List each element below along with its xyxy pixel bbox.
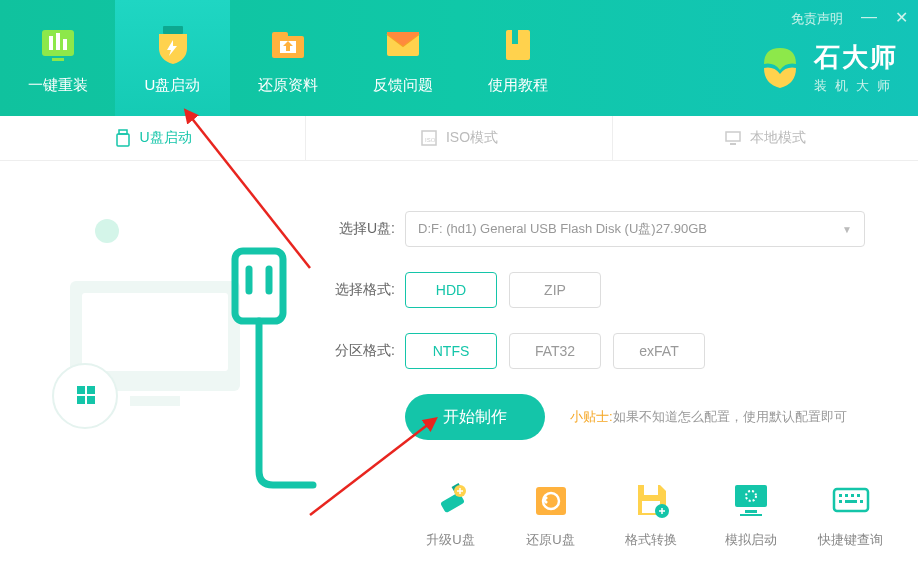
svg-rect-38 [839,494,842,497]
nav-label: 使用教程 [488,76,548,95]
tool-format-convert[interactable]: 格式转换 [613,479,688,549]
subtab-local-mode[interactable]: 本地模式 [613,116,918,160]
svg-rect-17 [730,143,736,145]
tip: 小贴士:如果不知道怎么配置，使用默认配置即可 [570,408,847,426]
usb-select[interactable]: D:F: (hd1) General USB Flash Disk (U盘)27… [405,211,865,247]
tool-restore-usb[interactable]: 还原U盘 [513,479,588,549]
nav-label: 反馈问题 [373,76,433,95]
folder-up-icon [266,22,310,66]
svg-rect-44 [860,500,863,503]
tool-simulate-boot[interactable]: 模拟启动 [713,479,788,549]
svg-text:ISO: ISO [425,137,436,143]
header-bar: 免责声明 — ✕ 一键重装 U盘启动 还原资料 反馈问 [0,0,918,116]
window-controls: — ✕ [861,8,908,27]
brand-sub: 装机大师 [814,77,898,95]
svg-rect-16 [726,132,740,141]
envelope-icon [381,22,425,66]
svg-rect-36 [740,514,762,516]
svg-rect-2 [56,33,60,50]
svg-rect-7 [272,32,288,40]
subtabs: U盘启动 ISO ISO模式 本地模式 [0,116,918,161]
svg-rect-13 [117,134,129,146]
partition-fat32-button[interactable]: FAT32 [509,333,601,369]
svg-rect-11 [512,30,518,44]
svg-rect-5 [163,26,183,34]
brand-logo-icon [756,44,804,92]
config-form: 选择U盘: D:F: (hd1) General USB Flash Disk … [320,191,918,471]
nav-label: 一键重装 [28,76,88,95]
monitor-play-icon [730,479,772,521]
usb-select-label: 选择U盘: [320,220,395,238]
svg-rect-22 [235,251,283,321]
bar-chart-icon [36,22,80,66]
svg-rect-20 [130,396,180,406]
svg-rect-4 [52,58,64,61]
tool-hotkey-lookup[interactable]: 快捷键查询 [813,479,888,549]
svg-rect-28 [536,487,566,515]
partition-label: 分区格式: [320,342,395,360]
nav-label: U盘启动 [145,76,201,95]
tip-text: 如果不知道怎么配置，使用默认配置即可 [613,409,847,424]
bottom-tools: 升级U盘 还原U盘 格式转换 模拟启动 快捷键查询 [413,479,888,549]
floppy-icon [630,479,672,521]
svg-rect-30 [644,485,658,495]
iso-icon: ISO [420,129,438,147]
subtab-label: ISO模式 [446,129,498,147]
tool-label: 升级U盘 [426,531,474,549]
close-button[interactable]: ✕ [895,8,908,27]
subtab-label: 本地模式 [750,129,806,147]
svg-rect-41 [857,494,860,497]
svg-rect-19 [82,293,228,371]
minimize-button[interactable]: — [861,8,877,27]
nav-tutorial[interactable]: 使用教程 [460,0,575,116]
tool-label: 快捷键查询 [818,531,883,549]
brand-title: 石大师 [814,40,898,75]
usb-icon [114,129,132,147]
tip-label: 小贴士: [570,409,613,424]
subtab-label: U盘启动 [140,129,192,147]
brand: 石大师 装机大师 [756,40,898,95]
usb-restore-icon [530,479,572,521]
keyboard-icon [830,479,872,521]
svg-rect-42 [839,500,842,503]
monitor-icon [724,129,742,147]
subtab-iso-mode[interactable]: ISO ISO模式 [306,116,612,160]
usb-illustration [0,191,320,471]
tool-upgrade-usb[interactable]: 升级U盘 [413,479,488,549]
chevron-down-icon: ▼ [842,224,852,235]
usb-select-value: D:F: (hd1) General USB Flash Disk (U盘)27… [418,220,707,238]
svg-rect-35 [745,510,757,513]
svg-rect-43 [845,500,857,503]
nav-usb-boot[interactable]: U盘启动 [115,0,230,116]
svg-rect-39 [845,494,848,497]
svg-rect-40 [851,494,854,497]
nav-label: 还原资料 [258,76,318,95]
book-icon [496,22,540,66]
start-create-button[interactable]: 开始制作 [405,394,545,440]
svg-rect-3 [63,39,67,50]
nav-one-click-reinstall[interactable]: 一键重装 [0,0,115,116]
partition-exfat-button[interactable]: exFAT [613,333,705,369]
main-content: 选择U盘: D:F: (hd1) General USB Flash Disk … [0,161,918,471]
subtab-usb-boot[interactable]: U盘启动 [0,116,306,160]
nav-feedback[interactable]: 反馈问题 [345,0,460,116]
format-zip-button[interactable]: ZIP [509,272,601,308]
nav-restore-data[interactable]: 还原资料 [230,0,345,116]
tool-label: 还原U盘 [526,531,574,549]
tool-label: 模拟启动 [725,531,777,549]
usb-upgrade-icon [430,479,472,521]
shield-usb-icon [151,22,195,66]
svg-rect-1 [49,36,53,50]
tool-label: 格式转换 [625,531,677,549]
format-hdd-button[interactable]: HDD [405,272,497,308]
disclaimer-link[interactable]: 免责声明 [791,10,843,28]
svg-rect-33 [735,485,767,507]
format-label: 选择格式: [320,281,395,299]
partition-ntfs-button[interactable]: NTFS [405,333,497,369]
main-nav: 一键重装 U盘启动 还原资料 反馈问题 使用教程 [0,0,575,116]
